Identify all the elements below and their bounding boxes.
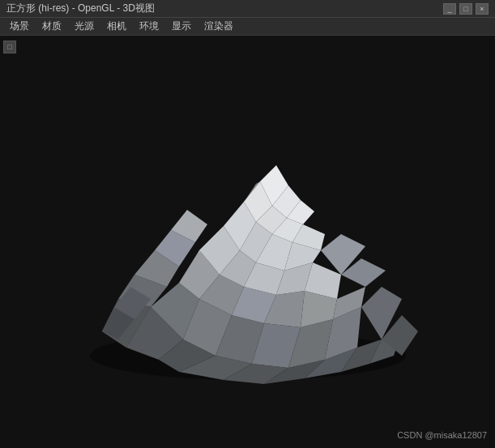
menu-scene[interactable]: 场景	[3, 18, 36, 35]
menu-renderer[interactable]: 渲染器	[198, 18, 240, 35]
title-bar-text: 正方形 (hi-res) - OpenGL - 3D视图	[6, 2, 443, 15]
menu-bar: 场景 材质 光源 相机 环境 显示 渲染器	[0, 18, 495, 36]
close-button[interactable]: ×	[476, 3, 489, 15]
watermark: CSDN @misaka12807	[397, 430, 487, 440]
menu-environment[interactable]: 环境	[133, 18, 165, 35]
terrain-container	[0, 36, 495, 448]
menu-material[interactable]: 材质	[36, 18, 68, 35]
menu-light[interactable]: 光源	[68, 18, 100, 35]
terrain-svg	[37, 80, 459, 404]
viewport[interactable]: □	[0, 36, 495, 448]
minimize-button[interactable]: _	[443, 3, 456, 15]
title-bar: 正方形 (hi-res) - OpenGL - 3D视图 _ □ ×	[0, 0, 495, 18]
menu-display[interactable]: 显示	[165, 18, 198, 35]
title-bar-controls: _ □ ×	[443, 3, 489, 15]
menu-camera[interactable]: 相机	[100, 18, 133, 35]
maximize-button[interactable]: □	[459, 3, 472, 15]
